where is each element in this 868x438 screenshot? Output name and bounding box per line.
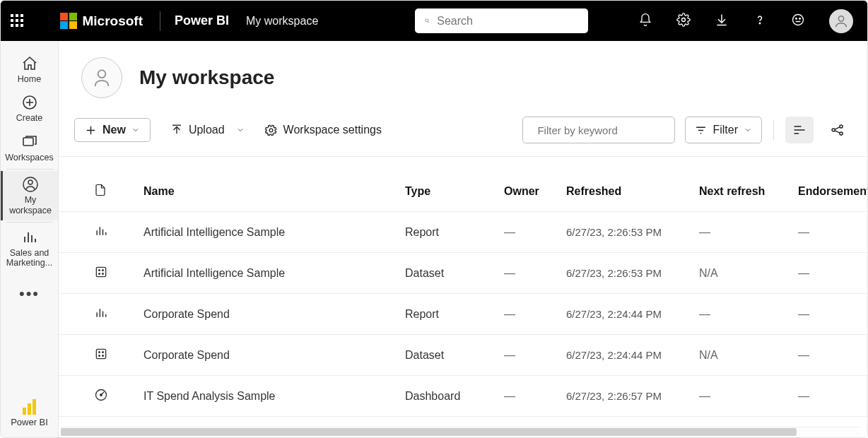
row-name: Artificial Intelligence Sample: [143, 226, 405, 239]
search-input[interactable]: [437, 15, 578, 28]
svg-point-3: [759, 23, 760, 23]
upload-icon: [170, 124, 183, 136]
nav-home[interactable]: Home: [1, 50, 58, 89]
account-button[interactable]: [829, 9, 853, 33]
lineage-view-button[interactable]: [823, 117, 852, 143]
filter-icon: [695, 124, 707, 136]
row-next-refresh: —: [699, 308, 798, 321]
svg-point-6: [799, 18, 801, 19]
search-wrap: [415, 8, 588, 33]
row-refreshed: 6/27/23, 2:26:53 PM: [566, 267, 699, 279]
col-name[interactable]: Name: [143, 185, 405, 198]
row-next-refresh: N/A: [699, 267, 798, 280]
report-icon: [94, 306, 143, 323]
notifications-icon[interactable]: [638, 13, 652, 30]
horizontal-scrollbar[interactable]: [61, 427, 860, 437]
row-owner: —: [504, 390, 566, 403]
table-row[interactable]: Artificial Intelligence SampleReport—6/2…: [59, 212, 867, 253]
search-icon: [425, 15, 430, 27]
workspace-settings-label: Workspace settings: [283, 124, 382, 136]
row-owner: —: [504, 349, 566, 362]
filter-button[interactable]: Filter: [685, 117, 762, 143]
breadcrumb: My workspace: [246, 15, 318, 28]
svg-rect-9: [23, 138, 33, 146]
nav-bottom-label: Power BI: [11, 417, 48, 427]
list-icon: [792, 123, 807, 137]
nav-workspaces[interactable]: Workspaces: [1, 129, 58, 167]
plus-icon: [85, 124, 97, 136]
nav-create[interactable]: Create: [1, 89, 58, 128]
settings-icon[interactable]: [676, 13, 691, 30]
svg-point-13: [269, 129, 273, 132]
workspace-settings-button[interactable]: Workspace settings: [264, 124, 382, 137]
row-type: Dashboard: [405, 390, 504, 403]
svg-point-16: [832, 129, 835, 131]
search-box[interactable]: [415, 8, 588, 33]
top-right: [638, 9, 857, 33]
nav-label: Create: [16, 113, 43, 123]
nav-separator: [6, 169, 53, 170]
nav-label: Home: [18, 74, 41, 84]
chevron-down-icon: [131, 126, 140, 134]
svg-rect-19: [96, 267, 105, 276]
filter-input[interactable]: [537, 124, 671, 136]
list-view-button[interactable]: [785, 117, 814, 143]
chevron-down-icon: [744, 126, 752, 134]
feedback-icon[interactable]: [791, 13, 805, 30]
home-icon: [21, 55, 38, 72]
nav-powerbi[interactable]: Power BI: [11, 398, 48, 427]
svg-point-28: [102, 355, 104, 356]
nav-label: Workspaces: [5, 153, 54, 162]
col-owner[interactable]: Owner: [504, 185, 566, 198]
new-button[interactable]: New: [74, 118, 151, 142]
rule: [59, 156, 867, 157]
upload-button[interactable]: Upload: [170, 124, 245, 136]
svg-line-1: [428, 21, 429, 22]
col-next-refresh[interactable]: Next refresh: [699, 185, 798, 198]
microsoft-logo-icon: [60, 13, 77, 30]
row-endorsement: —: [798, 390, 867, 403]
dataset-icon: [94, 265, 143, 282]
content-table: Name Type Owner Refreshed Next refresh E…: [59, 171, 867, 417]
app-launcher-icon[interactable]: [11, 14, 25, 28]
nav-my-workspace[interactable]: My workspace: [1, 171, 58, 220]
table-row[interactable]: Artificial Intelligence SampleDataset—6/…: [59, 253, 867, 294]
row-name: Artificial Intelligence Sample: [143, 267, 405, 280]
row-endorsement: —: [798, 308, 867, 321]
table-row[interactable]: Corporate SpendReport—6/27/23, 2:24:44 P…: [59, 294, 867, 335]
row-next-refresh: —: [699, 390, 798, 403]
col-refreshed[interactable]: Refreshed: [566, 185, 699, 198]
svg-point-22: [99, 273, 100, 274]
dashboard-icon: [94, 388, 143, 405]
row-type: Report: [405, 308, 504, 321]
download-icon[interactable]: [715, 13, 729, 30]
col-type[interactable]: Type: [405, 185, 504, 198]
filter-input-wrap[interactable]: [522, 117, 675, 143]
toolbar-separator: [773, 120, 774, 140]
divider: [160, 11, 160, 31]
row-refreshed: 6/27/23, 2:26:57 PM: [566, 390, 699, 402]
table-row[interactable]: IT Spend Analysis SampleDashboard—6/27/2…: [59, 376, 867, 417]
person-circle-icon: [22, 176, 39, 193]
svg-point-26: [102, 351, 104, 353]
filter-button-label: Filter: [712, 124, 738, 136]
nav-more[interactable]: •••: [8, 273, 51, 314]
help-icon[interactable]: [753, 13, 767, 30]
col-icon: [94, 184, 143, 199]
table-header: Name Type Owner Refreshed Next refresh E…: [59, 171, 867, 212]
nav-sales-marketing[interactable]: Sales and Marketing...: [1, 224, 58, 273]
svg-point-20: [99, 269, 100, 271]
svg-point-27: [99, 355, 100, 356]
lineage-icon: [831, 123, 845, 137]
row-refreshed: 6/27/23, 2:26:53 PM: [566, 226, 699, 238]
col-endorsement[interactable]: Endorsement: [798, 185, 867, 198]
table-row[interactable]: Corporate SpendDataset—6/27/23, 2:24:44 …: [59, 335, 867, 376]
app-name[interactable]: Power BI: [173, 11, 230, 31]
row-owner: —: [504, 308, 566, 321]
brand-text: Microsoft: [83, 13, 143, 29]
gear-icon: [264, 124, 278, 137]
powerbi-logo-icon: [23, 398, 37, 415]
row-type: Dataset: [405, 267, 504, 280]
svg-rect-24: [96, 349, 105, 358]
row-name: Corporate Spend: [143, 308, 405, 321]
